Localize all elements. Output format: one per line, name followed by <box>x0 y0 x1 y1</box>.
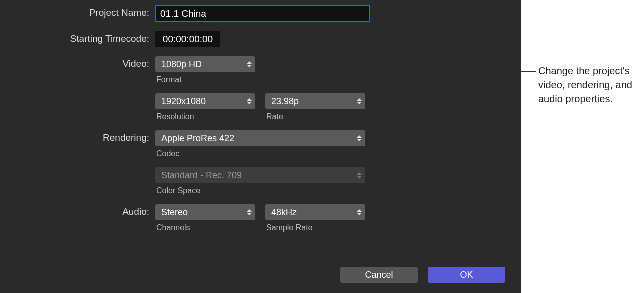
codec-value: Apple ProRes 422 <box>161 133 234 144</box>
stepper-icon <box>356 95 362 108</box>
channels-sublabel: Channels <box>155 223 255 232</box>
ok-button[interactable]: OK <box>428 267 505 283</box>
stepper-icon <box>356 169 362 182</box>
project-name-input[interactable] <box>155 5 370 22</box>
stepper-icon <box>356 132 362 145</box>
sample-rate-sublabel: Sample Rate <box>265 223 365 232</box>
format-sublabel: Format <box>155 75 255 84</box>
channels-value: Stereo <box>161 207 188 218</box>
resolution-sublabel: Resolution <box>155 112 255 121</box>
codec-select[interactable]: Apple ProRes 422 <box>155 130 365 146</box>
rate-sublabel: Rate <box>265 112 365 121</box>
color-space-value: Standard - Rec. 709 <box>161 170 242 181</box>
sample-rate-select[interactable]: 48kHz <box>265 204 365 220</box>
callout-line-icon <box>521 71 536 72</box>
stepper-icon <box>246 58 252 71</box>
stepper-icon <box>246 95 252 108</box>
audio-label: Audio: <box>0 204 155 217</box>
rendering-label: Rendering: <box>0 130 155 143</box>
starting-timecode-input[interactable] <box>155 31 220 47</box>
callout-text: Change the project's video, rendering, a… <box>538 64 638 106</box>
callout: Change the project's video, rendering, a… <box>521 64 638 106</box>
cancel-button[interactable]: Cancel <box>340 267 418 283</box>
rate-value: 23.98p <box>271 96 299 107</box>
stepper-icon <box>356 206 362 219</box>
video-format-select[interactable]: 1080p HD <box>155 56 255 72</box>
project-name-label: Project Name: <box>0 5 155 18</box>
sample-rate-value: 48kHz <box>271 207 297 218</box>
project-settings-panel: Project Name: Starting Timecode: Video: … <box>0 0 521 293</box>
resolution-value: 1920x1080 <box>161 96 206 107</box>
button-row: Cancel OK <box>340 267 505 283</box>
video-format-value: 1080p HD <box>161 59 202 70</box>
video-label: Video: <box>0 56 155 69</box>
codec-sublabel: Codec <box>155 149 365 158</box>
starting-timecode-label: Starting Timecode: <box>0 31 155 44</box>
color-space-sublabel: Color Space <box>155 186 365 195</box>
resolution-select[interactable]: 1920x1080 <box>155 93 255 109</box>
color-space-select[interactable]: Standard - Rec. 709 <box>155 167 365 183</box>
channels-select[interactable]: Stereo <box>155 204 255 220</box>
stepper-icon <box>246 206 252 219</box>
rate-select[interactable]: 23.98p <box>265 93 365 109</box>
